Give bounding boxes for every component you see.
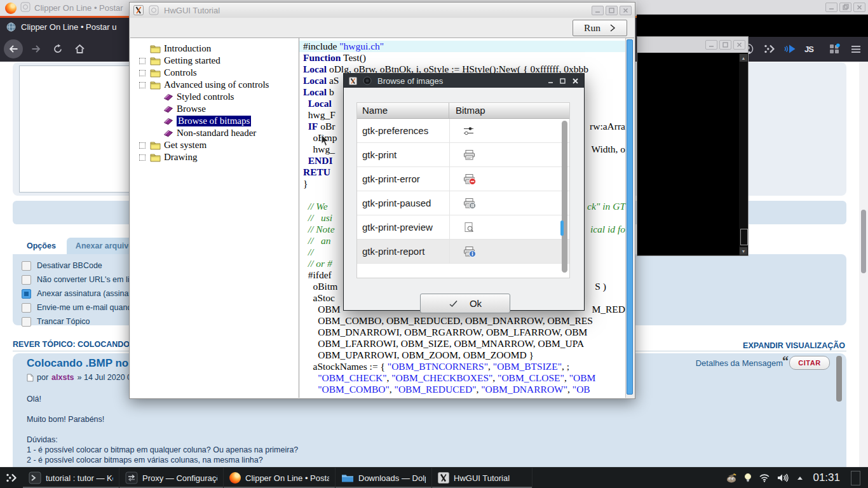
taskbar-item-label: tutorial : tutor — Konsole — [46, 473, 113, 483]
checkbox[interactable] — [22, 289, 31, 299]
browse-table-row[interactable]: gtk-print-paused — [357, 191, 569, 215]
column-header-bitmap[interactable]: Bitmap — [449, 103, 569, 118]
browser-tab[interactable]: Clipper On Line • Postar u — [21, 22, 117, 32]
checkbox[interactable] — [22, 303, 31, 313]
checkbox[interactable] — [22, 261, 31, 271]
javascript-toggle-button[interactable]: JS — [802, 43, 816, 55]
code-line: OBM_LFARROWI, OBM_SIZE, OBM_MNARROW, OBM… — [303, 338, 626, 349]
clock[interactable]: 01:31 — [813, 471, 840, 484]
extension-cast-button[interactable] — [783, 43, 797, 55]
console-scrollbar[interactable]: ▲ ▼ — [739, 53, 748, 255]
taskbar-item[interactable]: tutorial : tutor — Konsole — [23, 468, 119, 488]
proxy-icon — [125, 471, 138, 484]
tab-opcoes[interactable]: Opções — [18, 238, 65, 254]
message-details-link[interactable]: Detalhes da Mensagem — [696, 358, 783, 368]
reload-button[interactable] — [48, 39, 67, 58]
scroll-down-arrow-icon[interactable]: ▼ — [740, 247, 747, 255]
back-button[interactable] — [4, 39, 23, 58]
menu-button[interactable] — [849, 43, 863, 55]
tree-expander-icon[interactable] — [139, 142, 146, 149]
forward-button[interactable] — [27, 39, 46, 58]
expand-view-link[interactable]: EXPANDIR VISUALIZAÇÃO — [743, 341, 845, 350]
tree-expander-icon[interactable] — [139, 70, 146, 76]
browse-table-row[interactable]: gtk-print-report — [357, 240, 569, 264]
quote-button-label: CITAR — [798, 359, 820, 367]
desktop: Clipper On Line • Postar Clipper On Line… — [0, 0, 868, 488]
table-scrollbar[interactable] — [562, 121, 567, 273]
code-fragment: Width, o — [591, 144, 625, 155]
close-button[interactable] — [853, 3, 865, 12]
maximize-button[interactable] — [606, 6, 618, 15]
scroll-up-arrow-icon[interactable]: ▲ — [740, 54, 747, 62]
page-scrollbar-thumb[interactable] — [861, 210, 866, 273]
author-link[interactable]: alxsts — [51, 373, 74, 382]
quote-mark-icon: “ — [782, 354, 789, 369]
tree-item[interactable]: Getting started — [130, 55, 299, 67]
close-button[interactable] — [620, 6, 632, 15]
tree-expander-icon[interactable] — [139, 154, 146, 161]
minimize-button[interactable] — [592, 6, 604, 15]
checkbox[interactable] — [22, 317, 31, 327]
page-scrollbar[interactable] — [859, 62, 868, 467]
wifi-icon[interactable] — [759, 473, 770, 482]
extension-dots-arrow-button[interactable] — [763, 43, 776, 55]
browse-table-row[interactable]: gtk-print-preview — [357, 215, 569, 240]
tray-expand-caret-icon[interactable] — [797, 475, 803, 480]
taskbar-item[interactable]: Downloads — Dolphin — [336, 468, 432, 488]
gimp-tray-icon[interactable] — [726, 473, 737, 483]
ok-button[interactable]: Ok — [420, 294, 510, 313]
app-launcher-button[interactable] — [0, 468, 23, 488]
browse-table-row[interactable]: gtk-print-error — [357, 167, 569, 191]
tree-item[interactable]: Get system — [130, 139, 299, 151]
tree-item[interactable]: Drawing — [130, 151, 299, 163]
extensions-button[interactable] — [827, 43, 841, 55]
tree-item[interactable]: Advanced using of controls — [130, 79, 299, 91]
taskbar: tutorial : tutor — KonsoleProxy — Config… — [0, 467, 868, 488]
tree-expander-icon[interactable] — [139, 58, 146, 64]
maximize-button[interactable] — [719, 40, 731, 50]
hwgui-titlebar[interactable]: HwGUI Tutorial — [130, 3, 635, 18]
folder-icon — [150, 44, 161, 53]
bulb-tray-icon[interactable] — [744, 473, 752, 483]
restore-button[interactable] — [839, 3, 851, 12]
code-scrollbar-thumb[interactable] — [627, 39, 633, 395]
table-scrollbar-thumb[interactable] — [562, 121, 567, 273]
checkbox[interactable] — [22, 275, 31, 285]
taskbar-item[interactable]: Clipper On Line • Postar um... — [224, 468, 336, 488]
browse-of-images-dialog: Browse of images Name Bitmap gtk-prefere… — [343, 73, 585, 311]
tree-item[interactable]: Controls — [130, 67, 299, 79]
taskbar-item[interactable]: Proxy — Configurações do ... — [119, 468, 224, 488]
taskbar-item[interactable]: HwGUI Tutorial — [432, 468, 532, 488]
browse-table-row[interactable]: gtk-print — [357, 143, 569, 167]
column-header-name[interactable]: Name — [357, 103, 449, 118]
tree-item-label: Drawing — [164, 152, 198, 163]
close-button[interactable] — [572, 78, 579, 85]
volume-icon[interactable] — [777, 473, 790, 482]
post-inner-scrollbar[interactable] — [836, 356, 842, 402]
quote-button[interactable]: “ CITAR — [789, 356, 830, 370]
tree-item-label: Introduction — [164, 43, 211, 54]
tree-item[interactable]: Browse — [130, 103, 299, 115]
code-scrollbar[interactable] — [625, 38, 634, 398]
tree-expander-icon[interactable] — [139, 82, 146, 88]
tree-item[interactable]: Styled controls — [130, 91, 299, 103]
code-fragment: S ) — [595, 281, 606, 292]
print-paused-icon — [463, 198, 477, 209]
maximize-button[interactable] — [560, 78, 566, 85]
post-paragraph: 1 - é possível colocar o bitmap em qualq… — [27, 445, 298, 455]
dialog-titlebar[interactable]: Browse of images — [344, 74, 584, 88]
browse-table-row[interactable]: gtk-preferences — [357, 119, 569, 143]
run-button[interactable]: Run — [573, 20, 627, 36]
show-desktop-button[interactable] — [851, 471, 860, 485]
minimize-button[interactable] — [705, 40, 717, 50]
tree-item[interactable]: Non-standard header — [130, 127, 299, 139]
tree-item[interactable]: Browse of bitmaps — [130, 115, 299, 127]
console-scrollbar-thumb[interactable] — [740, 229, 748, 245]
black-window-titlebar[interactable] — [637, 0, 868, 15]
tree-item[interactable]: Introduction — [130, 43, 299, 55]
minimize-button[interactable] — [548, 78, 553, 85]
minimize-button[interactable] — [825, 3, 837, 12]
console-titlebar[interactable] — [637, 37, 748, 53]
close-button[interactable] — [733, 40, 745, 50]
home-button[interactable] — [70, 39, 89, 58]
